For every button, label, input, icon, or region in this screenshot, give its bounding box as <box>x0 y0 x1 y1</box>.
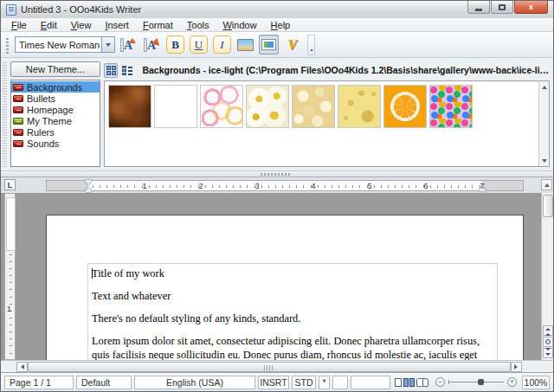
horizontal-scrollbar[interactable] <box>1 360 553 372</box>
selection-mode-indicator[interactable]: STD <box>292 376 316 389</box>
gallery-theme-list[interactable]: BackgroundsBulletsHomepageMy ThemeRulers… <box>10 80 100 167</box>
horizontal-ruler[interactable]: 1234567 <box>46 180 524 191</box>
theme-item-my-theme[interactable]: My Theme <box>11 115 100 126</box>
thumbnail-straw-texture[interactable] <box>154 85 197 128</box>
theme-item-rulers[interactable]: Rulers <box>11 126 100 138</box>
font-name-value: Times New Roman <box>16 40 101 50</box>
fontwork-button[interactable]: V <box>282 35 302 55</box>
document-page[interactable]: Title of my workText and whateverThere's… <box>46 215 524 360</box>
arrow-left-icon <box>18 364 24 370</box>
thumbnail-pink-rings[interactable] <box>200 85 243 128</box>
theme-folder-icon <box>13 84 23 91</box>
next-page-button[interactable] <box>543 348 553 358</box>
vscroll-thumb[interactable] <box>543 195 553 217</box>
bold-icon: B <box>166 35 184 54</box>
increase-font-button[interactable]: A <box>119 35 138 55</box>
tab-stop-selector[interactable]: L <box>4 179 16 190</box>
scroll-up-icon[interactable] <box>540 82 549 91</box>
hscroll-left-button[interactable] <box>16 362 28 372</box>
decrease-font-icon: A <box>144 37 160 53</box>
font-dropdown-button[interactable] <box>101 37 114 52</box>
theme-item-bullets[interactable]: Bullets <box>11 93 100 104</box>
menubar: FileEditViewInsertFormatToolsWindowHelp <box>1 18 553 32</box>
previous-page-button[interactable] <box>543 325 553 336</box>
language-indicator[interactable]: English (USA) <box>134 376 255 389</box>
decrease-font-button[interactable]: A <box>142 35 162 55</box>
document-workspace[interactable]: 1 Title of my workText and whateverThere… <box>1 193 553 360</box>
gallery-title: Backgrounds - ice-light (C:\Program File… <box>142 65 550 75</box>
thumbnail-confetti[interactable] <box>429 85 473 128</box>
modified-indicator[interactable]: * <box>319 376 330 389</box>
toolbar-overflow-button[interactable] <box>307 35 315 55</box>
gallery-button[interactable] <box>259 35 279 55</box>
underline-button[interactable]: U <box>189 35 209 55</box>
page-indicator[interactable]: Page 1 / 1 <box>4 376 74 389</box>
menu-window[interactable]: Window <box>216 19 263 31</box>
new-theme-button[interactable]: New Theme... <box>10 61 100 77</box>
fontwork-icon: V <box>287 37 297 53</box>
titlebar[interactable]: Untitled 3 - OOo4Kids Writer x <box>1 1 553 18</box>
menu-file[interactable]: File <box>4 19 34 31</box>
hscroll-thumb[interactable] <box>28 362 511 372</box>
hscroll-right-button[interactable] <box>511 362 522 372</box>
font-name-select[interactable]: Times New Roman <box>15 36 115 53</box>
menu-view[interactable]: View <box>64 19 99 31</box>
menu-edit[interactable]: Edit <box>34 19 64 31</box>
navigation-button[interactable] <box>543 337 553 347</box>
zoom-percentage[interactable]: 100% <box>522 376 550 389</box>
paragraph: There's no default styling of any kinds,… <box>92 312 493 325</box>
detail-view-button[interactable] <box>120 63 134 78</box>
vertical-ruler[interactable]: 1 <box>4 193 16 360</box>
vertical-scrollbar[interactable] <box>541 193 553 360</box>
icon-view-button[interactable] <box>104 63 118 78</box>
statusbar: Page 1 / 1 Default English (USA) INSRT S… <box>1 372 553 391</box>
theme-item-backgrounds[interactable]: Backgrounds <box>11 81 100 93</box>
toolbar: Times New Roman A A B U I V <box>1 32 553 58</box>
thumbnail-cheese[interactable] <box>338 85 381 128</box>
zoom-out-icon[interactable]: − <box>435 377 445 387</box>
zoom-slider[interactable] <box>448 382 504 382</box>
thumbnail-daisies[interactable] <box>246 85 289 128</box>
arrow-right-icon <box>514 364 520 370</box>
menu-help[interactable]: Help <box>264 19 298 31</box>
multi-page-view-icon[interactable] <box>403 378 415 387</box>
signature-indicator[interactable] <box>332 376 348 389</box>
minimize-button[interactable] <box>467 1 490 14</box>
scroll-down-icon[interactable] <box>540 157 549 165</box>
app-icon <box>6 4 16 16</box>
page-style-indicator[interactable]: Default <box>76 376 132 389</box>
menu-insert[interactable]: Insert <box>98 19 136 31</box>
scrollbar-corner <box>524 361 536 373</box>
thumbnail-chocolate-swirl[interactable] <box>108 85 151 128</box>
thumbnail-orange-slice[interactable] <box>383 85 427 128</box>
insert-mode-indicator[interactable]: INSRT <box>258 376 289 389</box>
theme-item-homepage[interactable]: Homepage <box>11 104 100 115</box>
theme-folder-icon <box>13 140 23 147</box>
ruler-number: 2 <box>198 182 203 190</box>
panel-splitter[interactable] <box>1 170 553 177</box>
gallery-scrollbar[interactable] <box>538 81 549 166</box>
maximize-button[interactable] <box>491 1 513 14</box>
toolbar-grip[interactable] <box>6 36 9 54</box>
zoom-slider-thumb[interactable] <box>478 379 484 385</box>
single-page-view-icon[interactable] <box>395 378 402 387</box>
increase-font-icon: A <box>120 37 137 53</box>
paragraph: Text and whatever <box>92 289 493 303</box>
indent-marker-left[interactable] <box>85 180 93 192</box>
underline-icon: U <box>190 35 208 54</box>
italic-button[interactable]: I <box>212 35 232 55</box>
book-view-icon[interactable] <box>416 378 428 387</box>
close-button[interactable]: x <box>514 1 548 14</box>
menu-tools[interactable]: Tools <box>180 19 216 31</box>
gallery-panel-grip[interactable] <box>3 61 7 167</box>
thumbnail-popcorn[interactable] <box>292 85 335 128</box>
menu-format[interactable]: Format <box>136 19 180 31</box>
theme-folder-icon <box>13 129 23 136</box>
vscroll-up-button[interactable] <box>541 179 552 190</box>
insert-image-button[interactable] <box>235 35 255 55</box>
theme-item-sounds[interactable]: Sounds <box>11 138 100 149</box>
text-frame[interactable]: Title of my workText and whateverThere's… <box>87 263 498 360</box>
bold-button[interactable]: B <box>165 35 185 55</box>
theme-label: Homepage <box>27 105 74 115</box>
zoom-in-icon[interactable]: + <box>507 377 517 387</box>
